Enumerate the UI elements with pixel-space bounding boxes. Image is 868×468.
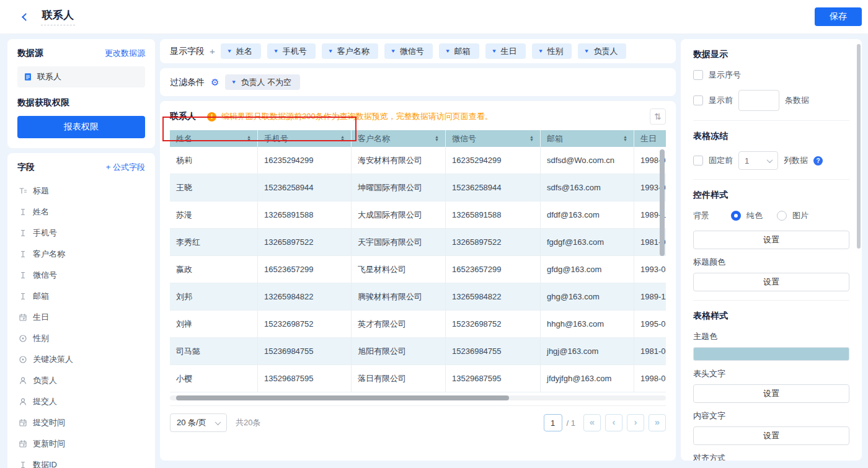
prev-page-button[interactable]: ‹: [605, 414, 622, 431]
table-row[interactable]: 刘邦 13265984822 腾骏材料有限公司 13265984822 ghg@…: [170, 283, 666, 311]
header-text-set-button[interactable]: 设置: [693, 384, 849, 403]
change-datasource-link[interactable]: 更改数据源: [105, 48, 145, 59]
image-radio[interactable]: [777, 211, 787, 221]
background-set-button[interactable]: 设置: [693, 231, 849, 249]
field-item[interactable]: 姓名: [17, 201, 145, 223]
next-page-button[interactable]: ›: [627, 414, 644, 431]
total-pages: / 1: [567, 418, 575, 428]
gear-icon[interactable]: ⚙: [211, 77, 219, 87]
last-page-button[interactable]: »: [649, 414, 666, 431]
display-field-chip[interactable]: ▼ 微信号: [384, 43, 433, 59]
column-header[interactable]: 客户名称 ▲▼: [352, 130, 446, 147]
scrollbar-thumb[interactable]: [176, 395, 509, 400]
chevron-down-icon: ▼: [226, 49, 232, 54]
column-header[interactable]: 邮箱 ▲▼: [541, 130, 634, 147]
sort-icon[interactable]: ▲▼: [435, 136, 439, 141]
display-field-chip[interactable]: ▼ 姓名: [221, 43, 261, 59]
sort-icon[interactable]: ▲▼: [529, 136, 534, 141]
add-formula-field-link[interactable]: + 公式字段: [106, 162, 145, 173]
report-permission-button[interactable]: 报表权限: [17, 116, 145, 138]
sort-icon[interactable]: ▲▼: [247, 136, 251, 141]
page-input[interactable]: 1: [544, 414, 562, 431]
left-sidebar: 数据源 更改数据源 联系人 数据获取权限 报表权限 字段 + 公式字段: [7, 39, 155, 461]
column-header[interactable]: 姓名 ▲▼: [170, 130, 258, 147]
fix-count-select[interactable]: 1: [738, 151, 778, 170]
column-header[interactable]: 生日 ▲▼: [634, 130, 666, 147]
show-first-checkbox[interactable]: [693, 95, 703, 105]
field-item[interactable]: 关键决策人: [17, 349, 145, 370]
save-button[interactable]: 保存: [815, 7, 862, 26]
chip-label: 生日: [501, 46, 517, 57]
field-item[interactable]: 手机号: [17, 223, 145, 244]
display-field-chip[interactable]: ▼ 生日: [485, 43, 526, 59]
field-label: 数据ID: [33, 459, 57, 468]
warning-text: 编辑界面只取数据源前200条作为查询数据预览，完整数据请访问页面查看。: [221, 111, 645, 122]
field-item[interactable]: 客户名称: [17, 244, 145, 265]
add-display-field-button[interactable]: +: [210, 46, 215, 56]
datasource-item[interactable]: 联系人: [17, 66, 145, 87]
radio-icon: [19, 355, 27, 364]
text-icon: [19, 208, 27, 216]
row-count-input[interactable]: [738, 90, 779, 111]
field-item[interactable]: 数据ID: [17, 454, 145, 468]
chevron-down-icon: [215, 419, 221, 425]
title-color-label: 标题颜色: [693, 257, 849, 268]
display-field-chip[interactable]: ▼ 性别: [532, 43, 572, 59]
display-field-chips: ▼ 姓名 ▼ 手机号 ▼ 客户名称: [221, 43, 666, 59]
horizontal-scrollbar[interactable]: [170, 395, 666, 400]
field-item[interactable]: 提交人: [17, 391, 145, 412]
cell-phone: 13265984822: [258, 283, 352, 310]
sort-order-button[interactable]: ⇅: [650, 108, 666, 125]
cell-company: 腾骏材料有限公司: [352, 283, 446, 310]
sort-icon[interactable]: ▲▼: [340, 136, 345, 141]
field-item[interactable]: 标题: [17, 180, 145, 201]
table-row[interactable]: 小樱 13529687595 落日有限公司 13529687595 jfdyjf…: [170, 365, 666, 392]
field-item[interactable]: 生日: [17, 307, 145, 328]
field-label: 生日: [33, 312, 49, 323]
column-header[interactable]: 微信号 ▲▼: [446, 130, 541, 147]
chip-label: 性别: [547, 46, 563, 57]
fix-count-value: 1: [745, 156, 749, 166]
title-color-set-button[interactable]: 设置: [693, 273, 849, 291]
table-row[interactable]: 刘禅 15232698752 英才有限公司 15232698752 hhgh@1…: [170, 311, 666, 338]
field-item[interactable]: 邮箱: [17, 286, 145, 307]
display-field-chip[interactable]: ▼ 客户名称: [322, 43, 378, 59]
settings-panel: 数据显示 显示序号 显示前 条数据 表格冻结 固定前 1 列数据: [681, 39, 862, 461]
show-index-checkbox[interactable]: [693, 70, 703, 80]
back-button[interactable]: [17, 10, 31, 24]
display-field-chip[interactable]: ▼ 手机号: [267, 43, 316, 59]
text-icon: [19, 271, 27, 280]
field-item[interactable]: 微信号: [17, 265, 145, 286]
column-header[interactable]: 手机号 ▲▼: [258, 130, 352, 147]
panel-scrollbar[interactable]: [857, 44, 861, 249]
display-field-chip[interactable]: ▼ 负责人: [578, 43, 626, 59]
page-size-select[interactable]: 20 条/页: [170, 413, 227, 432]
theme-color-swatch[interactable]: [693, 347, 849, 361]
display-field-chip[interactable]: ▼ 邮箱: [439, 43, 479, 59]
sort-icon[interactable]: ▲▼: [623, 136, 627, 141]
help-icon[interactable]: ?: [813, 156, 823, 166]
field-item[interactable]: 性别: [17, 328, 145, 349]
cell-name: 王晓: [170, 174, 258, 201]
table-row[interactable]: 李秀红 13265897522 天宇国际有限公司 13265897522 fgd…: [170, 229, 666, 256]
table-row[interactable]: 王晓 15236258944 坤曜国际有限公司 15236258944 sdfs…: [170, 174, 666, 201]
field-item[interactable]: 更新时间: [17, 433, 145, 454]
page-title[interactable]: 联系人: [41, 8, 75, 25]
total-count: 共20条: [236, 417, 260, 428]
table-row[interactable]: 嬴政 16523657299 飞星材料公司 16523657299 gfdg@1…: [170, 256, 666, 283]
table-row[interactable]: 司马懿 15236984755 旭阳有限公司 15236984755 jhgj@…: [170, 338, 666, 365]
cell-company: 落日有限公司: [352, 365, 446, 392]
filter-chip[interactable]: ▼ 负责人 不为空: [225, 74, 300, 90]
table-row[interactable]: 苏漫 13265891588 大成国际有限公司 13265891588 dfdf…: [170, 201, 666, 229]
cell-birthday: 1993-08: [634, 256, 666, 283]
table-row[interactable]: 杨莉 16235294299 海安材料有限公司 16235294299 sdfs…: [170, 147, 666, 174]
pagination-bar: 20 条/页 共20条 1 / 1 « ‹ › »: [170, 405, 666, 432]
chevron-left-icon: [22, 13, 30, 21]
solid-color-radio[interactable]: [731, 211, 741, 221]
content-text-set-button[interactable]: 设置: [693, 426, 849, 445]
field-item[interactable]: 负责人: [17, 370, 145, 391]
first-page-button[interactable]: «: [583, 414, 601, 431]
fix-columns-checkbox[interactable]: [693, 156, 703, 166]
vertical-scrollbar[interactable]: [660, 149, 665, 256]
field-item[interactable]: 提交时间: [17, 412, 145, 433]
